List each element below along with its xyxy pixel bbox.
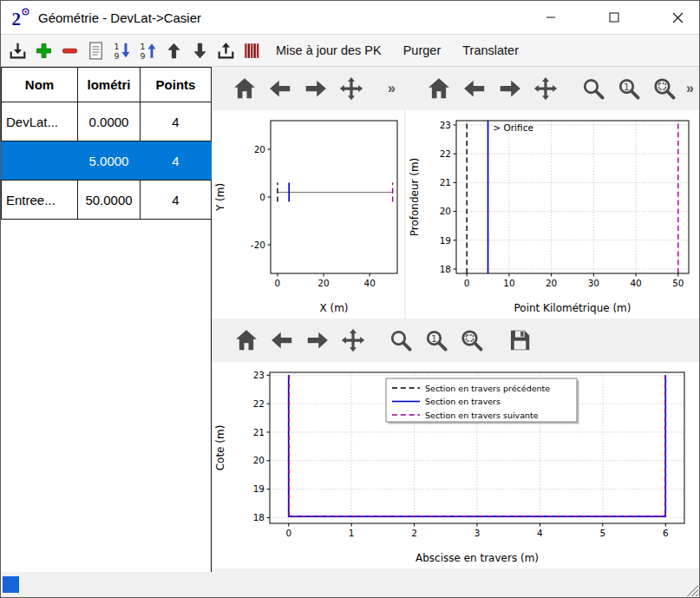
home-button[interactable] bbox=[231, 75, 258, 102]
minimize-button[interactable] bbox=[531, 1, 571, 34]
svg-text:Section en travers suivante: Section en travers suivante bbox=[425, 411, 539, 420]
plan-chart[interactable]: 02040-20020X (m)Y (m) bbox=[212, 110, 404, 319]
forward-button[interactable] bbox=[496, 75, 524, 102]
move-up-button[interactable] bbox=[162, 39, 186, 62]
close-icon bbox=[672, 12, 684, 23]
close-button[interactable] bbox=[657, 1, 697, 34]
zoom-icon bbox=[388, 327, 414, 353]
pk-marks-button[interactable] bbox=[240, 39, 264, 62]
profile-chart[interactable]: 01020304050181920212223Point Kilométriqu… bbox=[406, 110, 699, 319]
main-toolbar: Mise à jour des PK Purger Translater bbox=[1, 34, 699, 67]
export-icon bbox=[215, 40, 237, 62]
column-header-points[interactable]: Points bbox=[141, 68, 212, 102]
home-button[interactable] bbox=[232, 326, 260, 354]
status-bar bbox=[1, 572, 699, 597]
svg-text:-20: -20 bbox=[251, 240, 265, 250]
table-header-row: Nom lométri Points bbox=[2, 68, 212, 102]
svg-text:40: 40 bbox=[363, 278, 375, 288]
edit-section-button[interactable] bbox=[84, 39, 108, 62]
zoom-button[interactable] bbox=[579, 75, 607, 102]
add-section-button[interactable] bbox=[32, 39, 56, 62]
forward-icon bbox=[303, 76, 329, 102]
save-figure-button[interactable] bbox=[506, 326, 533, 354]
move-up-icon bbox=[163, 40, 185, 62]
table-row[interactable]: DevLat... 0.0000 4 bbox=[2, 102, 212, 141]
translate-button[interactable]: Translater bbox=[453, 37, 528, 63]
maximize-button[interactable] bbox=[594, 1, 634, 34]
import-icon bbox=[7, 40, 29, 62]
cell-pk[interactable]: 5.0000 bbox=[78, 141, 141, 181]
column-header-pk[interactable]: lométri bbox=[78, 68, 141, 102]
back-button[interactable] bbox=[268, 326, 296, 354]
svg-text:Abscisse en travers (m): Abscisse en travers (m) bbox=[415, 552, 539, 564]
svg-text:1: 1 bbox=[349, 528, 355, 538]
zoom-rect-button[interactable] bbox=[651, 75, 678, 102]
save-icon bbox=[507, 327, 533, 353]
export-button[interactable] bbox=[214, 39, 238, 62]
pan-button[interactable] bbox=[532, 75, 559, 102]
sections-table-panel: Nom lométri Points DevLat... 0.0000 4 5.… bbox=[1, 67, 212, 572]
status-blue-square bbox=[3, 576, 19, 593]
svg-text:23: 23 bbox=[440, 120, 451, 130]
home-icon bbox=[232, 76, 258, 102]
top-charts-row: » 02040-20020X (m)Y (m) » bbox=[212, 67, 699, 319]
resize-grip[interactable] bbox=[685, 583, 698, 596]
window-controls bbox=[507, 1, 699, 34]
section-chart[interactable]: 0123456181920212223Abscisse en travers (… bbox=[212, 362, 699, 568]
zoom-rect-icon bbox=[459, 327, 485, 353]
forward-button[interactable] bbox=[304, 326, 331, 354]
svg-text:21: 21 bbox=[253, 427, 265, 437]
table-row-selected[interactable]: 5.0000 4 bbox=[2, 141, 212, 181]
toolbar-overflow-button[interactable]: » bbox=[686, 81, 697, 96]
table-row[interactable]: Entree... 50.0000 4 bbox=[2, 181, 212, 220]
profile-chart-panel: » 01020304050181920212223Point Kilométri… bbox=[406, 67, 699, 319]
pan-icon bbox=[340, 327, 366, 353]
cell-pk[interactable]: 0.0000 bbox=[78, 102, 141, 141]
column-header-nom[interactable]: Nom bbox=[2, 68, 78, 102]
cell-points[interactable]: 4 bbox=[141, 102, 212, 141]
titlebar: 2 Géométrie - DevLat->Casier bbox=[1, 1, 699, 34]
zoom-original-button[interactable] bbox=[422, 326, 450, 354]
sections-table: Nom lométri Points DevLat... 0.0000 4 5.… bbox=[1, 67, 212, 220]
cell-points[interactable]: 4 bbox=[141, 181, 212, 220]
zoom-rect-button[interactable] bbox=[458, 326, 486, 354]
home-button[interactable] bbox=[425, 75, 453, 102]
table-panel-empty-area bbox=[1, 220, 211, 572]
cell-nom[interactable]: Entree... bbox=[2, 181, 78, 220]
zoom-button[interactable] bbox=[387, 326, 415, 354]
update-pk-button[interactable]: Mise à jour des PK bbox=[266, 37, 391, 63]
svg-text:20: 20 bbox=[254, 144, 265, 154]
app-window: 2 Géométrie - DevLat->Casier Mise à jour… bbox=[0, 0, 700, 598]
svg-text:Section en travers: Section en travers bbox=[425, 397, 500, 406]
svg-text:3: 3 bbox=[474, 528, 481, 538]
zoom-rect-icon bbox=[651, 76, 677, 102]
toolbar-overflow-button[interactable]: » bbox=[388, 81, 399, 96]
sort-descending-button[interactable] bbox=[110, 39, 134, 62]
move-down-button[interactable] bbox=[188, 39, 212, 62]
sort-descending-icon bbox=[111, 40, 133, 62]
plan-chart-toolbar: » bbox=[212, 67, 406, 110]
forward-button[interactable] bbox=[302, 75, 330, 102]
cell-pk[interactable]: 50.0000 bbox=[78, 181, 141, 220]
zoom-original-button[interactable] bbox=[615, 75, 643, 102]
import-button[interactable] bbox=[6, 39, 29, 62]
svg-text:5: 5 bbox=[600, 528, 606, 538]
svg-text:0: 0 bbox=[464, 278, 470, 288]
purge-button[interactable]: Purger bbox=[394, 37, 451, 63]
minimize-icon bbox=[546, 12, 556, 23]
pan-button[interactable] bbox=[337, 75, 365, 102]
back-button[interactable] bbox=[461, 75, 488, 102]
pan-button[interactable] bbox=[339, 326, 367, 354]
back-button[interactable] bbox=[266, 75, 294, 102]
cell-points[interactable]: 4 bbox=[141, 141, 212, 181]
cell-nom[interactable] bbox=[2, 141, 78, 181]
sort-ascending-icon bbox=[137, 40, 159, 62]
svg-text:19: 19 bbox=[253, 483, 265, 494]
cell-nom[interactable]: DevLat... bbox=[2, 102, 78, 141]
sort-ascending-button[interactable] bbox=[136, 39, 160, 62]
svg-text:> Orifice: > Orifice bbox=[493, 122, 533, 133]
remove-section-button[interactable] bbox=[58, 39, 82, 62]
svg-text:18: 18 bbox=[440, 264, 451, 274]
pan-icon bbox=[533, 76, 559, 102]
zoom-one-icon bbox=[423, 327, 449, 353]
